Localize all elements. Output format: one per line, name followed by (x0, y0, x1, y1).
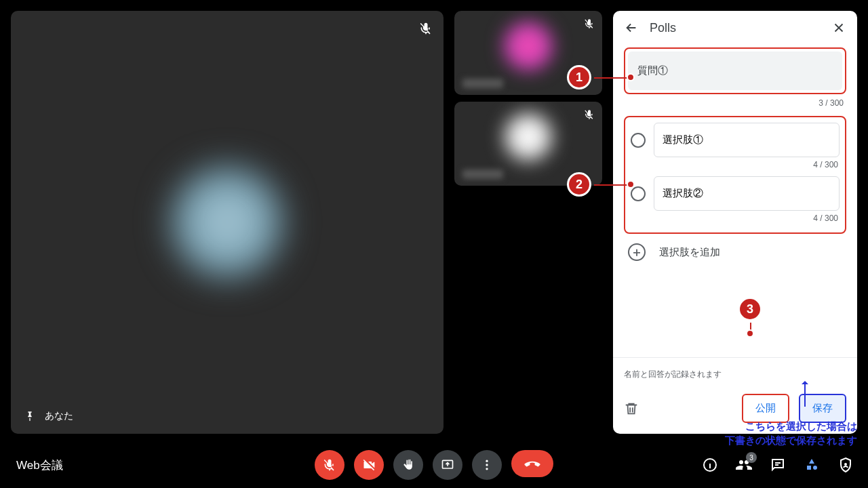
delete-icon[interactable] (624, 401, 639, 416)
option-input[interactable] (654, 176, 840, 211)
toggle-camera-button[interactable] (354, 450, 384, 480)
annotation-dot (746, 329, 754, 338)
svg-point-1 (486, 460, 488, 462)
pin-icon (24, 409, 35, 423)
self-label: あなた (45, 410, 73, 422)
option-input[interactable] (654, 123, 840, 157)
mic-muted-icon (583, 108, 595, 121)
question-counter: 3 / 300 (624, 98, 844, 108)
annotation-line (594, 77, 628, 79)
option-counter: 4 / 300 (631, 214, 838, 223)
question-input[interactable] (628, 52, 842, 90)
question-box (624, 47, 846, 94)
host-controls-button[interactable] (837, 456, 854, 474)
present-screen-button[interactable] (433, 450, 462, 480)
annotation-callout: 3 (738, 297, 762, 321)
activities-button[interactable] (803, 456, 821, 474)
hang-up-button[interactable] (511, 450, 553, 477)
add-option-button[interactable]: ＋ 選択肢を追加 (624, 234, 846, 270)
footer-note: 名前と回答が記録されます (624, 369, 846, 380)
option-counter: 4 / 300 (631, 160, 838, 169)
chat-button[interactable] (769, 456, 787, 474)
meeting-name: Web会議 (16, 458, 63, 473)
add-option-label: 選択肢を追加 (659, 246, 720, 259)
annotation-callout: 1 (567, 65, 591, 89)
polls-panel: Polls 3 / 300 4 / 300 4 / 300 ＋ 選択肢を追加 (613, 11, 857, 434)
raise-hand-button[interactable] (393, 450, 423, 480)
svg-point-5 (844, 463, 847, 466)
annotation-line (594, 184, 628, 186)
annotation-dot (627, 73, 635, 81)
avatar (505, 113, 552, 161)
annotation-text: こちらを選択した場合は 下書きの状態で保存されます (725, 419, 857, 447)
annotation-arrow (804, 382, 806, 407)
close-icon[interactable] (831, 20, 846, 35)
back-arrow-icon[interactable] (624, 20, 639, 35)
participant-name (462, 169, 503, 179)
annotation-dot (627, 180, 635, 188)
svg-point-2 (486, 464, 488, 466)
svg-point-3 (486, 468, 488, 470)
radio-icon (631, 133, 646, 148)
people-count-badge: 3 (746, 452, 757, 463)
mic-muted-icon (418, 20, 434, 37)
mic-muted-icon (583, 18, 595, 30)
main-video-tile: あなた (11, 11, 443, 434)
participant-name (462, 79, 503, 88)
more-options-button[interactable] (472, 450, 502, 480)
bottom-bar: Web会議 3 (0, 442, 868, 488)
panel-title: Polls (650, 21, 821, 35)
plus-circle-icon: ＋ (628, 243, 646, 261)
meeting-details-button[interactable] (701, 456, 719, 474)
options-box: 4 / 300 4 / 300 (624, 116, 846, 234)
people-button[interactable]: 3 (735, 456, 753, 474)
toggle-mic-button[interactable] (315, 450, 344, 480)
avatar (505, 22, 552, 70)
avatar (170, 165, 285, 280)
radio-icon (631, 186, 646, 201)
annotation-callout: 2 (567, 172, 591, 197)
